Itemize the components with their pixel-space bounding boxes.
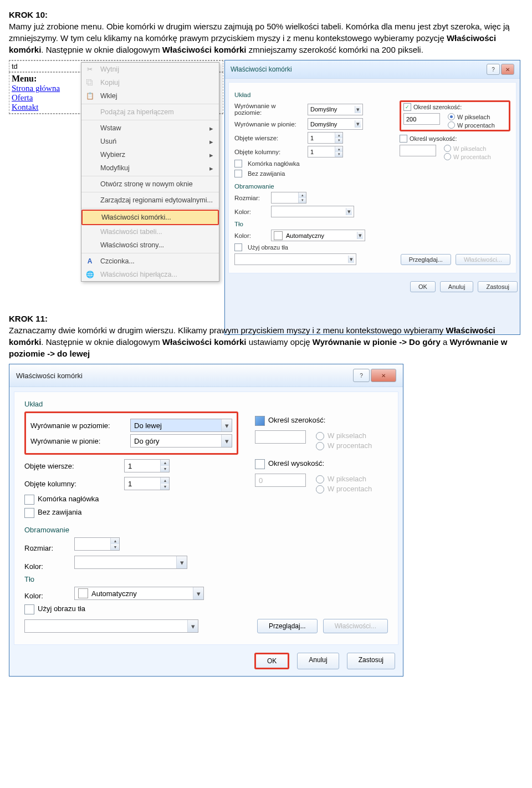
chevron-right-icon: ▸ [209,124,213,133]
border-color-label: Kolor: [24,562,74,571]
rowspan-label: Objęte wiersze: [234,135,304,141]
rowspan-input[interactable]: 1▴▾ [124,459,170,472]
ctx-insert[interactable]: Wstaw▸ [81,121,219,135]
width-value-input [255,430,306,444]
height-pixels-radio: W pikselach [444,145,491,152]
nowrap-checkbox[interactable]: Bez zawijania [24,508,238,518]
context-menu: ✂Wytnij ⿻Kopiuj 📋Wklej Podążaj za hiperł… [81,62,219,282]
ctx-table-properties: Właściwości tabeli... [81,225,219,238]
ctx-modify[interactable]: Modyfikuj▸ [81,161,219,175]
colspan-label: Objęte kolumny: [24,480,124,488]
bg-color-select[interactable]: Automatyczny [74,587,204,600]
nowrap-checkbox[interactable]: Bez zawijania [234,170,387,177]
globe-icon: 🌐 [85,270,95,279]
colspan-label: Objęte kolumny: [234,149,304,155]
ctx-cell-properties[interactable]: Właściwości komórki... [81,210,219,225]
screenshot1: td Menu: Strona główna Oferta Kontakt ✂W… [9,60,523,335]
section-layout: Układ [234,91,510,98]
apply-button[interactable]: Zastosuj [347,653,395,669]
colspan-input[interactable]: 1▴▾ [308,146,343,157]
bg-image-checkbox[interactable]: Użyj obrazu tła [234,243,510,251]
properties-button: Właściwości... [323,619,388,633]
halign-label: Wyrównanie w poziomie: [234,103,304,116]
ctx-delete[interactable]: Usuń▸ [81,135,219,148]
height-value-input: 0 [255,474,306,487]
ctx-paste[interactable]: 📋Wklej [81,89,219,103]
dialog-title: Właściwości komórki [231,65,292,73]
close-icon[interactable]: ✕ [501,64,514,75]
border-size-input[interactable]: ▴▾ [271,192,306,204]
chevron-right-icon: ▸ [209,164,213,172]
height-percent-radio: W procentach [316,485,372,494]
halign-select[interactable]: Do lewej [130,419,232,432]
width-percent-radio[interactable]: W procentach [448,121,495,129]
krok10-title: KROK 10: [9,10,48,19]
ok-button[interactable]: OK [410,281,436,292]
alignment-highlight: Wyrównanie w poziomie:Do lewej Wyrównani… [24,411,238,455]
bg-image-checkbox[interactable]: Użyj obrazu tła [24,604,388,614]
copy-icon: ⿻ [85,78,95,87]
chevron-right-icon: ▸ [209,138,213,146]
section-border: Obramowanie [234,183,510,190]
bg-color-label: Kolor: [234,232,268,239]
border-size-input[interactable]: ▴▾ [74,537,120,551]
halign-select[interactable]: Domyślny [308,104,363,115]
set-width-checkbox[interactable]: ✓Określ szerokość: [403,103,507,111]
border-color-select[interactable] [74,556,187,569]
bg-image-path [24,619,198,633]
valign-label: Wyrównanie w pionie: [234,121,304,128]
valign-select[interactable]: Domyślny [308,118,363,130]
browse-button[interactable]: Przeglądaj... [401,254,451,265]
chevron-right-icon: ▸ [209,151,213,159]
scissors-icon: ✂ [85,65,95,74]
font-icon: A [85,257,95,266]
ctx-hyperlink-properties: 🌐Właściwości hiperłącza... [81,268,219,281]
cell-properties-dialog-1: Właściwości komórki ? ✕ Układ Wyrównanie… [224,60,520,335]
ctx-select[interactable]: Wybierz▸ [81,148,219,161]
ctx-font[interactable]: ACzcionka... [81,255,219,268]
border-size-label: Rozmiar: [24,544,74,552]
width-pixels-radio: W pikselach [316,431,372,440]
bg-image-path [234,253,356,265]
browse-button[interactable]: Przeglądaj... [257,619,318,633]
rowspan-input[interactable]: 1▴▾ [308,132,343,144]
close-icon[interactable]: ✕ [371,369,396,382]
header-cell-checkbox[interactable]: Komórka nagłówka [234,160,387,167]
apply-button[interactable]: Zastosuj [478,281,518,292]
ctx-follow-link: Podążaj za hiperłączem [81,105,219,119]
height-percent-radio: W procentach [444,153,491,160]
cancel-button[interactable]: Anuluj [297,653,339,669]
cell-properties-dialog-2: Właściwości komórki ? ✕ Układ Wyrównanie… [9,364,403,677]
section-border: Obramowanie [24,526,388,534]
section-layout: Układ [24,400,388,408]
border-size-label: Rozmiar: [234,195,268,201]
bg-color-select[interactable]: Automatyczny [271,230,365,241]
ctx-page-properties[interactable]: Właściwości strony... [81,238,219,252]
ctx-cut: ✂Wytnij [81,63,219,76]
set-height-checkbox[interactable]: Określ wysokość: [400,135,510,143]
help-icon[interactable]: ? [487,64,500,75]
colspan-input[interactable]: 1▴▾ [124,477,170,490]
paste-icon: 📋 [85,91,95,100]
width-value-input[interactable]: 200 [403,113,440,125]
height-pixels-radio: W pikselach [316,475,372,484]
height-value-input [400,145,436,156]
set-height-checkbox[interactable]: Określ wysokość: [255,459,372,469]
cancel-button[interactable]: Anuluj [440,281,474,292]
section-background: Tło [24,575,388,583]
width-pixels-radio[interactable]: W pikselach [448,113,495,120]
properties-button: Właściwości... [456,254,510,265]
set-width-checkbox[interactable]: Określ szerokość: [255,416,372,426]
ctx-copy: ⿻Kopiuj [81,76,219,89]
ctx-manage-regions[interactable]: Zarządzaj regionami edytowalnymi... [81,194,219,207]
ctx-open-new-window[interactable]: Otwórz stronę w nowym oknie [81,177,219,191]
width-percent-radio: W procentach [316,441,372,450]
krok11-title: KROK 11: [9,314,48,323]
header-cell-checkbox[interactable]: Komórka nagłówka [24,495,238,505]
valign-label: Wyrównanie w pionie: [30,437,130,445]
border-color-select[interactable] [271,206,354,217]
ok-button[interactable]: OK [254,653,289,669]
help-icon[interactable]: ? [353,369,370,382]
valign-select[interactable]: Do góry [130,434,232,448]
krok10-text: KROK 10: Mamy już zrobione menu. Obie ko… [9,9,523,55]
